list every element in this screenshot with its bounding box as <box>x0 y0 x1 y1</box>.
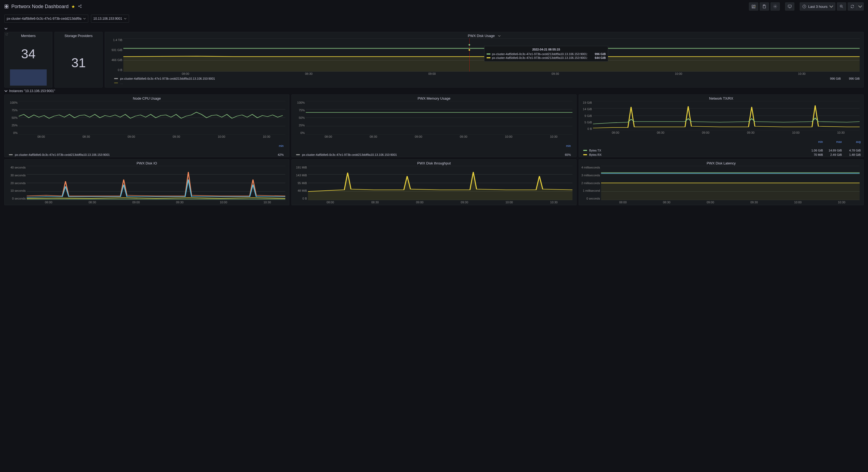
save-button[interactable] <box>760 2 769 10</box>
svg-marker-47 <box>308 172 572 200</box>
svg-marker-53 <box>601 183 860 200</box>
providers-value: 31 <box>55 38 102 87</box>
instance-selector[interactable]: 10.13.106.153:9001 <box>91 14 129 23</box>
svg-line-3 <box>79 5 81 6</box>
refresh-interval-button[interactable] <box>857 2 864 10</box>
svg-point-0 <box>78 6 79 6</box>
throughput-title: PWX Disk throughput <box>292 159 576 166</box>
diskio-title: PWX Disk IO <box>5 159 289 166</box>
disk-usage-legend-row[interactable]: px-cluster-4af5b8e6-0c3c-47e1-973b-cedd2… <box>105 77 863 81</box>
throughput-panel[interactable]: PWX Disk throughput 191 MiB143 MiB95 MiB… <box>291 159 577 205</box>
memory-title: PWX Memory Usage <box>292 95 576 101</box>
header: Portworx Node Dashboard ★ + Last 3 hours <box>0 0 868 13</box>
cpu-yaxis: 100%75%50%25%0% <box>6 101 19 135</box>
zoom-out-button[interactable] <box>837 2 846 10</box>
svg-text:+: + <box>755 6 756 7</box>
disk-usage-legend-row-hidden: … <box>105 81 863 85</box>
row-toggle[interactable] <box>0 26 868 32</box>
diskio-panel[interactable]: PWX Disk IO 40 seconds30 seconds20 secon… <box>4 159 289 205</box>
svg-point-10 <box>775 6 776 7</box>
memory-legend-row[interactable]: px-cluster-4af5b8e6-0c3c-47e1-973b-cedd2… <box>292 152 576 157</box>
disk-usage-plot[interactable]: 2022-04-21 08:55:15 px-cluster-4af5b8e6-… <box>123 38 860 71</box>
cluster-selector[interactable]: px-cluster-4af5b8e6-0c3c-47e1-973b-cedd2… <box>4 14 88 23</box>
cpu-legend-row[interactable]: px-cluster-4af5b8e6-0c3c-47e1-973b-cedd2… <box>5 152 289 157</box>
svg-line-4 <box>79 6 81 7</box>
dashboard-grid-icon[interactable] <box>4 4 9 9</box>
members-bar <box>10 69 47 86</box>
network-panel[interactable]: Network TX/RX 19 GiB14 GiB9 GiB5 GiB0 B … <box>579 94 864 157</box>
cpu-panel[interactable]: Node CPU Usage 100%75%50%25%0% 08:0008:3… <box>4 94 289 157</box>
time-range-button[interactable]: Last 3 hours <box>800 2 835 10</box>
star-icon[interactable]: ★ <box>71 4 75 9</box>
members-title: Members <box>5 32 52 38</box>
legend-min[interactable]: min <box>265 144 284 147</box>
svg-rect-9 <box>764 5 765 6</box>
instances-row-title[interactable]: Instances "10.13.106.153:9001" <box>0 87 868 94</box>
page-title[interactable]: Portworx Node Dashboard <box>11 4 68 9</box>
throughput-plot[interactable] <box>308 166 572 200</box>
cpu-title: Node CPU Usage <box>5 95 289 101</box>
net-legend-rx[interactable]: Bytes RX70 MiB2.49 GiB1.48 GiB <box>579 153 863 157</box>
monitor-button[interactable] <box>785 2 794 10</box>
network-title: Network TX/RX <box>579 95 863 101</box>
disk-usage-yaxis: 1.4 TiB931 GiB466 GiB0 B <box>107 38 123 71</box>
add-panel-button[interactable]: + <box>749 2 758 10</box>
disk-usage-title: PWX Disk Usage <box>468 34 495 38</box>
variable-row: px-cluster-4af5b8e6-0c3c-47e1-973b-cedd2… <box>0 13 868 26</box>
members-panel[interactable]: Members 34 <box>4 32 52 87</box>
refresh-button[interactable] <box>848 2 857 10</box>
svg-rect-7 <box>752 7 755 8</box>
cpu-plot[interactable] <box>19 101 285 135</box>
network-plot[interactable] <box>593 101 860 130</box>
disk-usage-tooltip: 2022-04-21 08:55:15 px-cluster-4af5b8e6-… <box>484 46 608 62</box>
providers-panel[interactable]: Storage Providers 31 <box>55 32 102 87</box>
diskio-plot[interactable] <box>27 166 285 200</box>
share-icon[interactable] <box>78 4 82 9</box>
latency-plot[interactable] <box>601 166 860 200</box>
svg-point-2 <box>81 7 81 7</box>
memory-plot[interactable] <box>306 101 572 135</box>
providers-title: Storage Providers <box>55 32 102 38</box>
members-value: 34 <box>5 38 52 69</box>
latency-panel[interactable]: PWX Disk Latency 4 milliseconds3 millise… <box>579 159 864 205</box>
memory-panel[interactable]: PWX Memory Usage 100%75%50%25%0% 08:0008… <box>291 94 577 157</box>
disk-usage-panel[interactable]: PWX Disk Usage 1.4 TiB931 GiB466 GiB0 B … <box>105 32 864 87</box>
settings-button[interactable] <box>771 2 780 10</box>
net-legend-tx[interactable]: Bytes TX1.06 GiB14.89 GiB4.78 GiB <box>579 148 863 153</box>
svg-point-1 <box>81 5 81 5</box>
time-range-label: Last 3 hours <box>808 5 828 9</box>
latency-title: PWX Disk Latency <box>579 159 863 166</box>
svg-rect-5 <box>752 5 753 7</box>
svg-rect-11 <box>788 5 792 7</box>
instance-value: 10.13.106.153:9001 <box>93 17 122 21</box>
external-link-icon[interactable] <box>5 33 8 37</box>
disk-usage-xaxis: 08:0008:3009:0009:3010:0010:30 <box>105 71 863 77</box>
cluster-value: px-cluster-4af5b8e6-0c3c-47e1-973b-cedd2… <box>7 17 82 21</box>
svg-line-15 <box>842 7 843 8</box>
